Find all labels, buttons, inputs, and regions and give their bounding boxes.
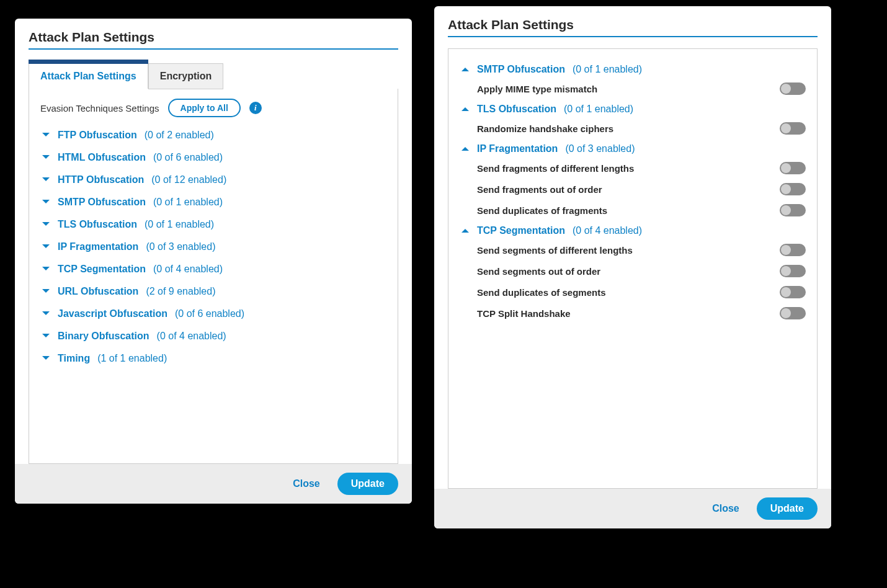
section-name: TLS Obfuscation (477, 104, 556, 115)
toggle-switch[interactable] (780, 307, 806, 319)
section-header[interactable]: SMTP Obfuscation(0 of 1 enabled) (460, 64, 806, 75)
section-items: Randomize handshake ciphers (477, 122, 806, 135)
title-rule (29, 48, 398, 50)
tab-encryption[interactable]: Encryption (148, 63, 224, 89)
category-count: (0 of 4 enabled) (157, 331, 226, 342)
category-count: (2 of 9 enabled) (146, 286, 215, 297)
apply-to-all-button[interactable]: Apply to All (168, 99, 241, 117)
category-count: (0 of 3 enabled) (146, 241, 215, 252)
category-name: HTTP Obfuscation (58, 174, 144, 185)
toggle-switch[interactable] (780, 162, 806, 174)
category-row[interactable]: HTML Obfuscation(0 of 6 enabled) (40, 148, 386, 167)
section-name: TCP Segmentation (477, 225, 565, 236)
category-count: (0 of 12 enabled) (151, 174, 226, 185)
section-count: (0 of 1 enabled) (564, 104, 633, 115)
attack-plan-settings-dialog-right: Attack Plan Settings SMTP Obfuscation(0 … (434, 6, 831, 528)
section-header[interactable]: TCP Segmentation(0 of 4 enabled) (460, 225, 806, 236)
evasion-techniques-label: Evasion Techniques Settings (40, 103, 159, 114)
setting-label: TCP Split Handshake (477, 308, 571, 319)
chevron-down-icon (40, 264, 51, 275)
category-row[interactable]: Timing(1 of 1 enabled) (40, 349, 386, 368)
update-button[interactable]: Update (337, 473, 398, 495)
setting-label: Randomize handshake ciphers (477, 123, 613, 134)
setting-label: Send duplicates of segments (477, 287, 606, 298)
category-row[interactable]: URL Obfuscation(2 of 9 enabled) (40, 282, 386, 301)
category-name: Javascript Obfuscation (58, 308, 167, 319)
chevron-down-icon (40, 152, 51, 163)
setting-label: Send segments out of order (477, 266, 600, 277)
expanded-category-body: SMTP Obfuscation(0 of 1 enabled)Apply MI… (448, 48, 818, 489)
setting-row: Send segments out of order (477, 265, 806, 277)
setting-label: Send fragments out of order (477, 184, 602, 195)
chevron-up-icon (460, 225, 471, 236)
category-count: (1 of 1 enabled) (97, 353, 167, 364)
category-name: TCP Segmentation (58, 264, 146, 275)
category-row[interactable]: TLS Obfuscation(0 of 1 enabled) (40, 215, 386, 234)
section-name: IP Fragmentation (477, 143, 558, 154)
section-items: Send segments of different lengthsSend s… (477, 244, 806, 319)
panel-inner: Attack Plan Settings Attack Plan Setting… (15, 19, 412, 464)
canvas: { "panelLeft": { "title": "Attack Plan S… (0, 0, 887, 588)
chevron-down-icon (40, 286, 51, 297)
info-icon[interactable]: i (249, 102, 262, 114)
expanded-section: TCP Segmentation(0 of 4 enabled)Send seg… (460, 225, 806, 319)
setting-row: Send duplicates of segments (477, 286, 806, 298)
category-row[interactable]: TCP Segmentation(0 of 4 enabled) (40, 260, 386, 278)
setting-row: TCP Split Handshake (477, 307, 806, 319)
attack-plan-settings-dialog-left: Attack Plan Settings Attack Plan Setting… (15, 19, 412, 504)
category-name: HTML Obfuscation (58, 152, 146, 163)
section-header[interactable]: TLS Obfuscation(0 of 1 enabled) (460, 104, 806, 115)
evasion-techniques-row: Evasion Techniques Settings Apply to All… (40, 99, 386, 117)
category-count: (0 of 6 enabled) (175, 308, 244, 319)
setting-row: Apply MIME type mismatch (477, 82, 806, 95)
chevron-up-icon (460, 64, 471, 75)
category-row[interactable]: Javascript Obfuscation(0 of 6 enabled) (40, 305, 386, 323)
tabs: Attack Plan Settings Encryption (29, 63, 398, 89)
expanded-section: SMTP Obfuscation(0 of 1 enabled)Apply MI… (460, 64, 806, 95)
setting-row: Send fragments of different lengths (477, 162, 806, 174)
chevron-down-icon (40, 197, 51, 208)
category-row[interactable]: HTTP Obfuscation(0 of 12 enabled) (40, 171, 386, 189)
section-count: (0 of 4 enabled) (573, 225, 642, 236)
title-rule (448, 36, 818, 37)
category-row[interactable]: Binary Obfuscation(0 of 4 enabled) (40, 327, 386, 345)
chevron-down-icon (40, 130, 51, 141)
toggle-switch[interactable] (780, 265, 806, 277)
setting-label: Apply MIME type mismatch (477, 84, 597, 94)
setting-label: Send duplicates of fragments (477, 205, 607, 216)
update-button[interactable]: Update (757, 497, 818, 520)
setting-label: Send fragments of different lengths (477, 163, 634, 174)
chevron-down-icon (40, 241, 51, 252)
section-items: Apply MIME type mismatch (477, 82, 806, 95)
dialog-footer: Close Update (434, 489, 831, 528)
toggle-switch[interactable] (780, 204, 806, 216)
toggle-switch[interactable] (780, 183, 806, 195)
chevron-down-icon (40, 174, 51, 185)
setting-label: Send segments of different lengths (477, 245, 633, 256)
close-button[interactable]: Close (287, 473, 326, 494)
category-name: IP Fragmentation (58, 241, 138, 252)
toggle-switch[interactable] (780, 244, 806, 256)
category-count: (0 of 4 enabled) (153, 264, 223, 275)
section-header[interactable]: IP Fragmentation(0 of 3 enabled) (460, 143, 806, 154)
category-name: FTP Obfuscation (58, 130, 137, 141)
tab-attack-plan-settings[interactable]: Attack Plan Settings (29, 63, 148, 89)
dialog-title: Attack Plan Settings (448, 17, 818, 32)
toggle-switch[interactable] (780, 122, 806, 135)
dialog-footer: Close Update (15, 464, 412, 504)
tab-body: Evasion Techniques Settings Apply to All… (29, 89, 398, 464)
setting-row: Send segments of different lengths (477, 244, 806, 256)
close-button[interactable]: Close (706, 498, 746, 519)
setting-row: Randomize handshake ciphers (477, 122, 806, 135)
category-row[interactable]: SMTP Obfuscation(0 of 1 enabled) (40, 193, 386, 212)
setting-row: Send duplicates of fragments (477, 204, 806, 216)
chevron-down-icon (40, 331, 51, 342)
category-name: SMTP Obfuscation (58, 197, 146, 208)
category-row[interactable]: IP Fragmentation(0 of 3 enabled) (40, 238, 386, 256)
toggle-switch[interactable] (780, 82, 806, 95)
category-count: (0 of 2 enabled) (145, 130, 214, 141)
category-count: (0 of 1 enabled) (153, 197, 223, 208)
category-row[interactable]: FTP Obfuscation(0 of 2 enabled) (40, 126, 386, 145)
chevron-down-icon (40, 308, 51, 319)
toggle-switch[interactable] (780, 286, 806, 298)
